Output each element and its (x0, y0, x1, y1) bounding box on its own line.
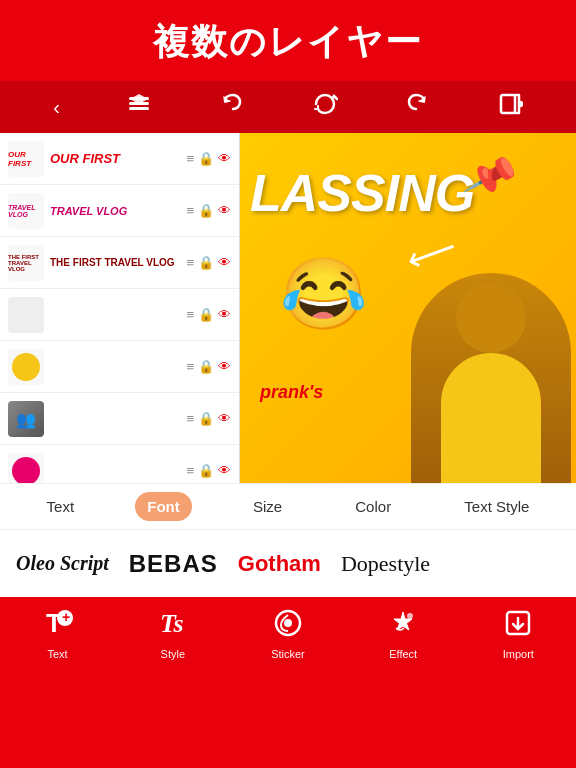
eye-icon[interactable]: 👁 (218, 463, 231, 478)
preview-main-text: LASSING (250, 163, 474, 223)
layer-item[interactable]: TRAVEL VLOG TRAVEL VLOG ≡ 🔒 👁 (0, 185, 239, 237)
layer-thumb (8, 297, 44, 333)
font-tabs: Text Font Size Color Text Style (0, 483, 576, 529)
effect-tool-icon (388, 608, 418, 645)
menu-icon[interactable]: ≡ (186, 307, 194, 322)
preview-background: LASSING prank's 😂 📌 ⟵ (240, 133, 576, 483)
layer-item[interactable]: ≡ 🔒 👁 (0, 289, 239, 341)
undo-icon[interactable] (219, 91, 245, 123)
pink-circle-preview (12, 457, 40, 484)
layer-thumb (8, 349, 44, 385)
bottom-navigation: T + Text Ts Style Sticker (0, 597, 576, 679)
layer-controls: ≡ 🔒 👁 (186, 307, 231, 322)
tab-text[interactable]: Text (35, 492, 87, 521)
layer-item[interactable]: ≡ 🔒 👁 (0, 393, 239, 445)
layer-controls: ≡ 🔒 👁 (186, 411, 231, 426)
person-body (441, 353, 541, 483)
nav-label-sticker: Sticker (271, 648, 305, 660)
sticker-tool-icon (273, 608, 303, 645)
style-tool-icon: Ts (158, 608, 188, 645)
menu-icon[interactable]: ≡ (186, 255, 194, 270)
eye-icon[interactable]: 👁 (218, 151, 231, 166)
photo-preview (8, 401, 44, 437)
tab-font[interactable]: Font (135, 492, 191, 521)
svg-text:+: + (62, 609, 70, 625)
menu-icon[interactable]: ≡ (186, 151, 194, 166)
font-oleo-script[interactable]: Oleo Script (16, 552, 109, 575)
export-icon[interactable] (497, 91, 523, 123)
svg-point-12 (407, 613, 413, 619)
eye-icon[interactable]: 👁 (218, 255, 231, 270)
lock-icon[interactable]: 🔒 (198, 411, 214, 426)
eye-icon[interactable]: 👁 (218, 411, 231, 426)
tab-size[interactable]: Size (241, 492, 294, 521)
svg-text:Ts: Ts (160, 609, 184, 638)
refresh-icon[interactable] (312, 91, 338, 123)
layer-item[interactable]: ≡ 🔒 👁 (0, 341, 239, 393)
nav-item-text[interactable]: T + Text (28, 608, 88, 660)
eye-icon[interactable]: 👁 (218, 307, 231, 322)
yellow-circle-preview (12, 353, 40, 381)
lock-icon[interactable]: 🔒 (198, 203, 214, 218)
person-silhouette (411, 273, 571, 483)
layer-item[interactable]: OUR FIRST OUR FIRST ≡ 🔒 👁 (0, 133, 239, 185)
tab-text-style[interactable]: Text Style (452, 492, 541, 521)
menu-icon[interactable]: ≡ (186, 411, 194, 426)
layer-thumb: TRAVEL VLOG (8, 193, 44, 229)
menu-icon[interactable]: ≡ (186, 359, 194, 374)
layer-preview-text: THE FIRST TRAVEL VLOG (50, 257, 186, 268)
lock-icon[interactable]: 🔒 (198, 255, 214, 270)
nav-item-effect[interactable]: Effect (373, 608, 433, 660)
nav-label-style: Style (161, 648, 185, 660)
font-gotham[interactable]: Gotham (238, 551, 321, 577)
nav-item-style[interactable]: Ts Style (143, 608, 203, 660)
svg-rect-4 (501, 95, 515, 113)
preview-person (406, 263, 576, 483)
eye-icon[interactable]: 👁 (218, 203, 231, 218)
person-head (456, 283, 526, 353)
nav-label-effect: Effect (389, 648, 417, 660)
lock-icon[interactable]: 🔒 (198, 307, 214, 322)
nav-item-import[interactable]: Import (488, 608, 548, 660)
menu-icon[interactable]: ≡ (186, 203, 194, 218)
layer-preview-text: OUR FIRST (50, 151, 186, 166)
layer-thumb: OUR FIRST (8, 141, 44, 177)
toolbar: ‹ (0, 81, 576, 133)
tab-color[interactable]: Color (343, 492, 403, 521)
layer-thumb (8, 453, 44, 484)
svg-point-11 (284, 619, 292, 627)
layer-controls: ≡ 🔒 👁 (186, 463, 231, 478)
nav-item-sticker[interactable]: Sticker (258, 608, 318, 660)
redo-icon[interactable] (404, 91, 430, 123)
back-button[interactable]: ‹ (53, 96, 60, 119)
font-dopestyle[interactable]: Dopestyle (341, 551, 430, 577)
layer-controls: ≡ 🔒 👁 (186, 359, 231, 374)
layer-controls: ≡ 🔒 👁 (186, 255, 231, 270)
preview-area[interactable]: LASSING prank's 😂 📌 ⟵ (240, 133, 576, 483)
layer-thumb (8, 401, 44, 437)
lock-icon[interactable]: 🔒 (198, 151, 214, 166)
layer-panel: OUR FIRST OUR FIRST ≡ 🔒 👁 TRAVEL VLOG TR… (0, 133, 240, 483)
page-title: 複数のレイヤー (153, 21, 423, 62)
nav-label-text: Text (48, 648, 68, 660)
lock-icon[interactable]: 🔒 (198, 359, 214, 374)
layer-item[interactable]: ≡ 🔒 👁 (0, 445, 239, 483)
layer-preview-text: TRAVEL VLOG (50, 205, 186, 217)
header: 複数のレイヤー (0, 0, 576, 81)
eye-icon[interactable]: 👁 (218, 359, 231, 374)
svg-rect-0 (129, 107, 149, 110)
preview-sub-text: prank's (260, 382, 323, 403)
layer-item[interactable]: THE FIRST TRAVEL VLOG THE FIRST TRAVEL V… (0, 237, 239, 289)
font-list: Oleo Script BEBAS Gotham Dopestyle (0, 529, 576, 597)
layer-controls: ≡ 🔒 👁 (186, 203, 231, 218)
lock-icon[interactable]: 🔒 (198, 463, 214, 478)
font-bebas[interactable]: BEBAS (129, 550, 218, 578)
layer-controls: ≡ 🔒 👁 (186, 151, 231, 166)
main-area: OUR FIRST OUR FIRST ≡ 🔒 👁 TRAVEL VLOG TR… (0, 133, 576, 483)
menu-icon[interactable]: ≡ (186, 463, 194, 478)
layers-icon[interactable] (126, 91, 152, 123)
text-tool-icon: T + (43, 608, 73, 645)
import-tool-icon (503, 608, 533, 645)
emoji-face-icon: 😂 (280, 253, 367, 335)
nav-label-import: Import (503, 648, 534, 660)
